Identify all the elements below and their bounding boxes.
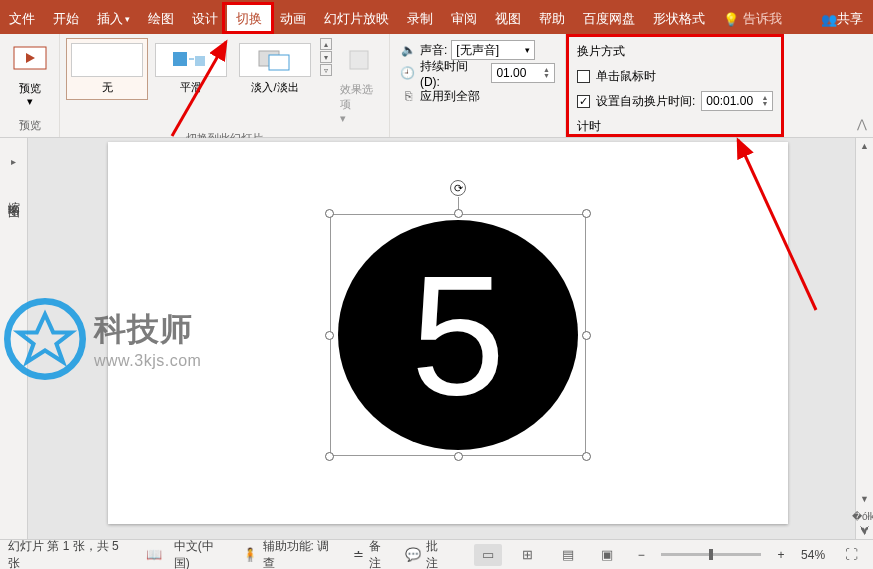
tab-transitions[interactable]: 切换 [227,4,271,34]
resize-s[interactable] [454,452,463,461]
duration-spinner[interactable]: 01.00▲▼ [491,63,555,83]
tab-shape-format[interactable]: 形状格式 [644,4,714,34]
zoom-slider[interactable] [661,553,761,556]
tab-view[interactable]: 视图 [486,4,530,34]
status-bar: 幻灯片 第 1 张，共 5 张 📖 中文(中国) 🧍辅助功能: 调查 ≐备注 💬… [0,539,873,569]
thumb-label: 缩略图 [5,191,22,200]
group-preview: 预览 [6,116,53,135]
advance-slide-group: 换片方式 单击鼠标时 ✓ 设置自动换片时间: 00:01.00▲▼ 计时 [566,34,784,137]
accessibility[interactable]: 🧍辅助功能: 调查 [242,538,341,570]
prev-slide[interactable]: �ółki [856,509,873,523]
rotate-handle[interactable]: ⟳ [450,180,466,196]
zoom-in[interactable]: + [773,548,789,562]
preview-icon [9,42,51,78]
slideshow-view[interactable]: ▣ [593,544,621,566]
resize-se[interactable] [582,452,591,461]
tab-tellme[interactable]: 💡告诉我 [714,4,791,34]
share-button[interactable]: 👥 共享 [811,10,873,28]
comments-button[interactable]: 💬批注 [405,538,450,570]
duration-label: 持续时间(D): [420,58,488,89]
svg-rect-6 [350,51,368,69]
ribbon-tabs: 文件 开始 插入▾ 绘图 设计 切换 动画 幻灯片放映 录制 审阅 视图 帮助 … [0,4,873,34]
resize-e[interactable] [582,331,591,340]
preview-button[interactable]: 预览▾ [6,38,53,112]
auto-after-label: 设置自动换片时间: [596,93,695,110]
thumbnail-panel: ▸ 缩略图 [0,138,28,539]
transition-fade[interactable]: 淡入/淡出 [234,38,316,100]
tab-home[interactable]: 开始 [44,4,88,34]
share-icon: 👥 [821,12,837,27]
transition-morph[interactable]: 平滑 [150,38,232,100]
reading-view[interactable]: ▤ [554,544,582,566]
tab-file[interactable]: 文件 [0,4,44,34]
bulb-icon: 💡 [723,12,739,27]
book-icon: 📖 [146,547,162,562]
apply-all-button[interactable]: ⎘ 应用到全部 [400,86,555,106]
notes-icon: ≐ [353,547,364,562]
effect-icon [341,42,377,78]
zoom-level[interactable]: 54% [801,548,825,562]
spellcheck[interactable]: 📖 [146,547,162,562]
resize-sw[interactable] [325,452,334,461]
tab-insert[interactable]: 插入▾ [88,4,139,34]
tab-review[interactable]: 审阅 [442,4,486,34]
tab-baidu[interactable]: 百度网盘 [574,4,644,34]
on-click-label: 单击鼠标时 [596,68,656,85]
collapse-ribbon[interactable]: ⋀ [857,117,867,131]
tab-draw[interactable]: 绘图 [139,4,183,34]
resize-n[interactable] [454,209,463,218]
scroll-down[interactable]: ▼ [856,491,873,507]
shape-selection[interactable]: 5 ⟳ [330,214,586,456]
on-click-checkbox[interactable] [577,70,590,83]
gallery-expand[interactable]: ▴▾▿ [318,38,334,76]
transition-none[interactable]: 无 [66,38,148,100]
slide-counter[interactable]: 幻灯片 第 1 张，共 5 张 [8,538,134,570]
svg-rect-2 [173,52,187,66]
tab-record[interactable]: 录制 [398,4,442,34]
person-icon: 🧍 [242,547,258,562]
resize-nw[interactable] [325,209,334,218]
svg-rect-5 [269,55,289,70]
language[interactable]: 中文(中国) [174,538,230,570]
clock-icon: 🕘 [400,66,416,80]
fit-window[interactable]: ⛶ [837,544,865,566]
advance-title: 换片方式 [577,41,773,61]
group-timing: 计时 [577,116,773,136]
comment-icon: 💬 [405,547,421,562]
next-slide[interactable]: ⮟ [856,523,873,537]
tab-design[interactable]: 设计 [183,4,227,34]
normal-view[interactable]: ▭ [474,544,502,566]
sound-label: 声音: [420,42,447,59]
tab-slideshow[interactable]: 幻灯片放映 [315,4,398,34]
tab-help[interactable]: 帮助 [530,4,574,34]
resize-w[interactable] [325,331,334,340]
auto-after-spinner[interactable]: 00:01.00▲▼ [701,91,773,111]
speaker-icon: 🔈 [400,43,416,57]
svg-rect-3 [195,56,205,66]
apply-all-icon: ⎘ [400,89,416,103]
resize-ne[interactable] [582,209,591,218]
zoom-out[interactable]: − [633,548,649,562]
tab-animations[interactable]: 动画 [271,4,315,34]
ribbon: 预览▾ 预览 无 平滑 淡入/淡出 ▴▾▿ 效果选项▾ [0,34,873,138]
expand-thumbs[interactable]: ▸ [11,156,16,167]
notes-button[interactable]: ≐备注 [353,538,393,570]
sorter-view[interactable]: ⊞ [514,544,542,566]
auto-after-checkbox[interactable]: ✓ [577,95,590,108]
vertical-scrollbar[interactable]: ▲ ▼ �ółki ⮟ [855,138,873,539]
effect-options: 效果选项▾ [336,38,383,129]
scroll-up[interactable]: ▲ [856,138,873,154]
